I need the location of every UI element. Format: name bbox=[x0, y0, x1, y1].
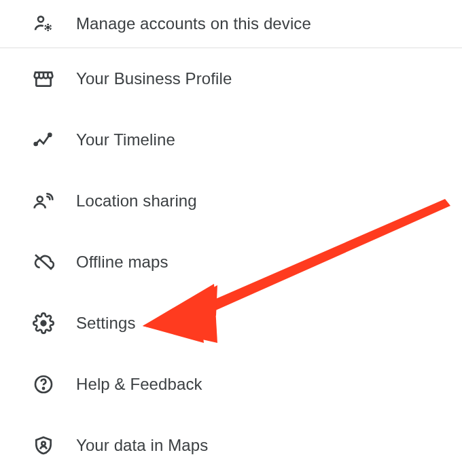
menu-item-business-profile[interactable]: Your Business Profile bbox=[0, 48, 462, 109]
cloud-off-icon bbox=[31, 250, 56, 274]
svg-point-2 bbox=[35, 143, 37, 145]
svg-point-0 bbox=[38, 16, 43, 22]
svg-point-4 bbox=[37, 196, 43, 202]
menu-item-label: Location sharing bbox=[76, 191, 197, 210]
menu-item-label: Offline maps bbox=[76, 253, 168, 272]
svg-point-8 bbox=[43, 388, 44, 389]
menu-item-timeline[interactable]: Your Timeline bbox=[0, 109, 462, 170]
location-sharing-icon bbox=[31, 189, 56, 213]
menu-item-settings[interactable]: Settings bbox=[0, 293, 462, 354]
menu-item-manage-accounts[interactable]: Manage accounts on this device bbox=[0, 0, 462, 48]
menu-item-label: Settings bbox=[76, 314, 136, 333]
svg-point-3 bbox=[48, 134, 51, 136]
storefront-icon bbox=[31, 67, 56, 91]
menu-item-offline-maps[interactable]: Offline maps bbox=[0, 232, 462, 293]
menu-item-label: Your Business Profile bbox=[76, 69, 232, 88]
svg-point-1 bbox=[46, 26, 50, 29]
privacy-shield-icon bbox=[31, 433, 56, 458]
gear-icon bbox=[31, 311, 56, 335]
timeline-icon bbox=[31, 128, 56, 152]
menu-item-help-feedback[interactable]: Help & Feedback bbox=[0, 354, 462, 415]
menu-item-label: Help & Feedback bbox=[76, 375, 202, 394]
menu-item-label: Your data in Maps bbox=[76, 436, 208, 455]
manage-accounts-icon bbox=[31, 12, 56, 36]
menu-item-label: Manage accounts on this device bbox=[76, 14, 311, 33]
svg-point-6 bbox=[41, 321, 46, 326]
menu-item-location-sharing[interactable]: Location sharing bbox=[0, 170, 462, 232]
help-icon bbox=[31, 372, 56, 397]
menu-item-label: Your Timeline bbox=[76, 130, 175, 149]
menu-item-your-data[interactable]: Your data in Maps bbox=[0, 415, 462, 476]
svg-point-9 bbox=[41, 442, 45, 445]
